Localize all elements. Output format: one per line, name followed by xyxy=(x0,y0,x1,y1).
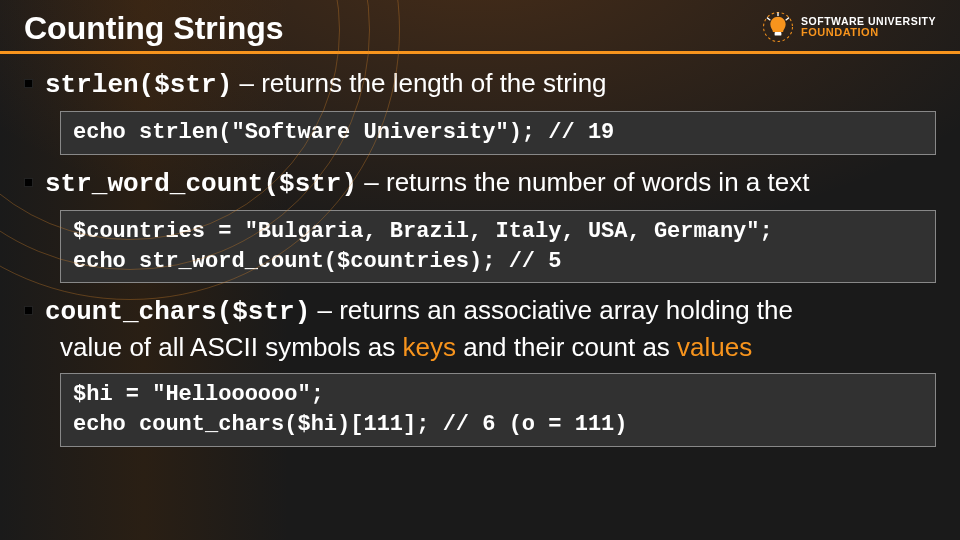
svg-line-3 xyxy=(786,18,789,21)
bullet-strlen: strlen($str) – returns the length of the… xyxy=(24,66,936,103)
bullet-wordcount: str_word_count($str) – returns the numbe… xyxy=(24,165,936,202)
page-title: Counting Strings xyxy=(24,10,284,47)
values-highlight: values xyxy=(677,332,752,362)
svg-rect-1 xyxy=(775,32,782,35)
code-countchars: $hi = "Helloooooo"; echo count_chars($hi… xyxy=(60,373,936,446)
bullet-icon xyxy=(24,178,33,187)
desc-part: and their count as xyxy=(456,332,677,362)
header: Counting Strings SOFTWARE UNIVERSITY FOU… xyxy=(0,0,960,51)
bullet-icon xyxy=(24,306,33,315)
desc-part: value of all ASCII symbols as xyxy=(60,332,402,362)
content: strlen($str) – returns the length of the… xyxy=(0,66,960,447)
fn-desc: returns the length of the string xyxy=(261,68,606,98)
code-wordcount: $countries = "Bulgaria, Brazil, Italy, U… xyxy=(60,210,936,283)
bullet-countchars-line2: value of all ASCII symbols as keys and t… xyxy=(60,330,936,365)
fn-name: str_word_count($str) xyxy=(45,169,357,199)
fn-desc-pre: returns an associative array holding the xyxy=(339,295,793,325)
lightbulb-icon xyxy=(761,10,795,44)
code-strlen: echo strlen("Software University"); // 1… xyxy=(60,111,936,155)
svg-line-2 xyxy=(767,18,770,21)
sep: – xyxy=(232,68,261,98)
fn-desc: returns the number of words in a text xyxy=(386,167,809,197)
keys-highlight: keys xyxy=(402,332,455,362)
sep: – xyxy=(310,295,339,325)
title-underline xyxy=(0,51,960,54)
bullet-countchars: count_chars($str) – returns an associati… xyxy=(24,293,936,330)
logo-line2: FOUNDATION xyxy=(801,27,936,39)
logo: SOFTWARE UNIVERSITY FOUNDATION xyxy=(761,10,936,44)
sep: – xyxy=(357,167,386,197)
logo-text: SOFTWARE UNIVERSITY FOUNDATION xyxy=(801,16,936,39)
fn-name: count_chars($str) xyxy=(45,297,310,327)
fn-name: strlen($str) xyxy=(45,70,232,100)
bullet-icon xyxy=(24,79,33,88)
